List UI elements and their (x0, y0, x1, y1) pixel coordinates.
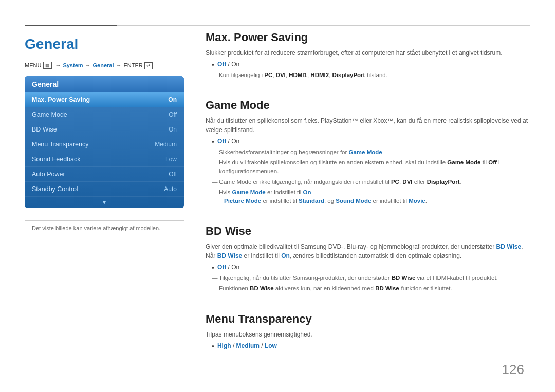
breadcrumb-general: General (93, 62, 114, 68)
menu-item-label: Standby Control (32, 185, 78, 193)
menu-item-value: Auto (164, 185, 177, 193)
page-title: General (25, 36, 184, 52)
section-desc-bd-wise: Giver den optimale billedkvalitet til Sa… (206, 242, 530, 260)
divider-2 (206, 217, 530, 217)
bullet-dot: • (212, 264, 214, 272)
section-title-max-power-saving: Max. Power Saving (206, 31, 530, 44)
breadcrumb-arrow2: → (85, 62, 91, 68)
menu-item-menu-transparency[interactable]: Menu Transparency Medium (25, 137, 184, 152)
menu-item-label: BD Wise (32, 126, 57, 133)
bullet-high-medium-low: • High / Medium / Low (212, 342, 530, 351)
section-bd-wise: BD Wise Giver den optimale billedkvalite… (206, 225, 530, 293)
note-game-mode-4: Hvis Game Mode er indstillet til On Pict… (212, 188, 530, 206)
bullet-text: Off / On (217, 61, 239, 68)
menu-item-value: On (168, 96, 177, 103)
bullet-text: Off / On (217, 264, 239, 271)
note-game-mode-1: Sikkerhedsforanstaltninger og begrænsnin… (212, 148, 530, 157)
menu-item-value: Medium (155, 141, 177, 148)
menu-item-auto-power[interactable]: Auto Power Off (25, 167, 184, 182)
menu-item-label: Game Mode (32, 111, 67, 118)
menu-box: General Max. Power Saving On Game Mode O… (25, 76, 184, 208)
bullet-dot: • (212, 61, 214, 69)
bullet-off-on-3: • Off / On (212, 264, 530, 272)
breadcrumb-arrow1: → (55, 62, 61, 68)
menu-item-value: On (169, 126, 177, 133)
section-desc-game-mode: Når du tilslutter en spillekonsol som f.… (206, 116, 530, 135)
breadcrumb-arrow3: → (116, 62, 122, 68)
menu-item-sound-feedback[interactable]: Sound Feedback Low (25, 152, 184, 167)
bottom-border (25, 367, 530, 367)
menu-item-value: Off (169, 111, 177, 118)
right-panel: Max. Power Saving Slukker produktet for … (206, 31, 530, 362)
breadcrumb-enter: ENTER ↵ (124, 62, 153, 68)
menu-item-standby-control[interactable]: Standby Control Auto (25, 182, 184, 197)
section-title-menu-transparency: Menu Transparency (206, 312, 530, 326)
bullet-text: Off / On (217, 138, 239, 145)
bullet-dot: • (212, 342, 214, 351)
page-number: 126 (502, 362, 524, 378)
menu-box-header: General (25, 76, 184, 92)
bullet-dot: • (212, 138, 214, 146)
section-desc-menu-transparency: Tilpas menuboksens gennemsigtighed. (206, 330, 530, 339)
section-title-game-mode: Game Mode (206, 99, 530, 112)
bullet-off-on-1: • Off / On (212, 61, 530, 69)
breadcrumb: MENU ▦ → System → General → ENTER ↵ (25, 62, 184, 69)
breadcrumb-menu: MENU (25, 62, 41, 68)
section-title-bd-wise: BD Wise (206, 225, 530, 238)
note-pc-dvi: Kun tilgængelig i PC, DVI, HDMI1, HDMI2,… (212, 71, 530, 80)
section-max-power-saving: Max. Power Saving Slukker produktet for … (206, 31, 530, 80)
breadcrumb-system: System (63, 62, 83, 68)
menu-item-bd-wise[interactable]: BD Wise On (25, 122, 184, 137)
menu-item-label: Auto Power (32, 171, 65, 178)
menu-icon: ▦ (43, 62, 52, 69)
note-game-mode-3: Game Mode er ikke tilgængelig, når indga… (212, 178, 530, 186)
section-menu-transparency: Menu Transparency Tilpas menuboksens gen… (206, 312, 530, 351)
top-border-accent (25, 25, 117, 26)
note-bd-wise-2: Funktionen BD Wise aktiveres kun, når en… (212, 284, 530, 293)
menu-item-label: Sound Feedback (32, 156, 81, 163)
divider-1 (206, 91, 530, 91)
menu-item-value: Off (169, 171, 177, 178)
section-desc-max-power-saving: Slukker produktet for at reducere strømf… (206, 48, 530, 58)
left-panel: General MENU ▦ → System → General → ENTE… (25, 31, 184, 231)
menu-item-value: Low (165, 156, 177, 163)
menu-item-label: Menu Transparency (32, 141, 88, 148)
divider-3 (206, 305, 530, 305)
bullet-text: High / Medium / Low (217, 342, 277, 349)
menu-item-label: Max. Power Saving (32, 96, 90, 103)
note-bd-wise-1: Tilgængelig, når du tilslutter Samsung-p… (212, 274, 530, 283)
menu-item-max-power-saving[interactable]: Max. Power Saving On (25, 92, 184, 107)
menu-scroll-down[interactable]: ▾ (25, 197, 184, 208)
section-game-mode: Game Mode Når du tilslutter en spillekon… (206, 99, 530, 206)
menu-item-game-mode[interactable]: Game Mode Off (25, 107, 184, 122)
note-game-mode-2: Hvis du vil frakoble spillekonsollen og … (212, 158, 530, 176)
bullet-off-on-2: • Off / On (212, 138, 530, 146)
menu-note: — Det viste billede kan variere afhængig… (25, 220, 184, 231)
